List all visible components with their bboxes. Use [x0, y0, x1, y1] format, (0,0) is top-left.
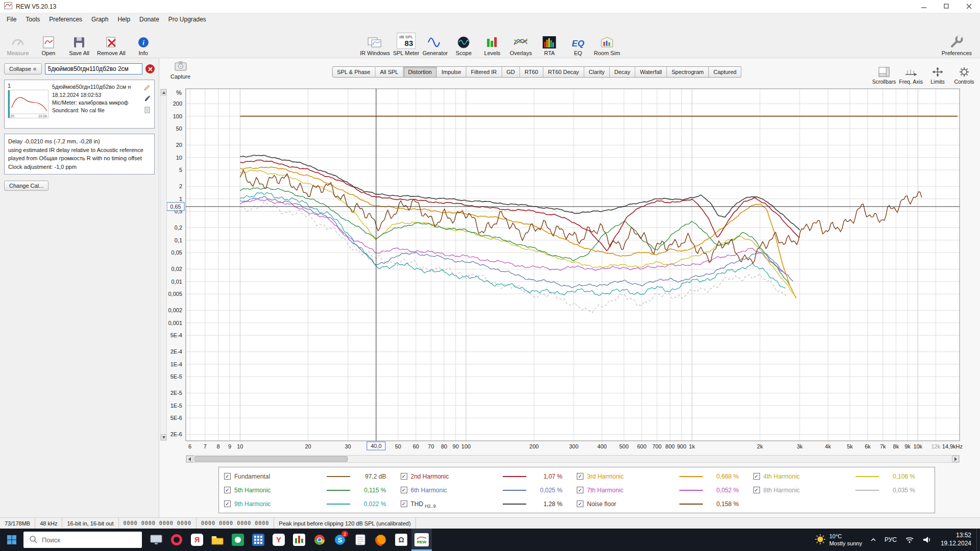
rta-button[interactable]: RTA: [536, 28, 562, 56]
checkbox-3rd-harmonic[interactable]: ✓: [577, 473, 583, 480]
notifications-edge[interactable]: [976, 529, 980, 551]
scroll-right-arrow[interactable]: [952, 456, 959, 462]
checkbox-7th-harmonic[interactable]: ✓: [577, 487, 583, 493]
menu-pro-upgrades[interactable]: Pro Upgrades: [164, 14, 211, 25]
legend-line-9th-harmonic: [327, 504, 350, 505]
spl-meter-button[interactable]: dB SPL83SPL Meter: [393, 28, 420, 56]
tab-distortion[interactable]: Distortion: [403, 66, 436, 78]
distortion-chart[interactable]: 2001005020105210,50,20,10,050,020,010,00…: [159, 87, 980, 454]
remove-all-button[interactable]: Remove All: [97, 28, 126, 56]
generator-button[interactable]: Generator: [422, 28, 448, 56]
menu-preferences[interactable]: Preferences: [44, 14, 87, 25]
tab-rt60-decay[interactable]: RT60 Decay: [543, 66, 584, 78]
menu-help[interactable]: Help: [113, 14, 135, 25]
measurement-name-input[interactable]: [45, 63, 143, 74]
menu-file[interactable]: File: [2, 14, 21, 25]
tab-captured[interactable]: Captured: [709, 66, 742, 78]
scroll-up-arrow[interactable]: [161, 89, 166, 95]
taskbar-office-icon[interactable]: Ω: [391, 529, 411, 551]
checkbox-9th-harmonic[interactable]: ✓: [224, 500, 231, 507]
x-tick-label: 7k: [880, 443, 886, 449]
collapse-button[interactable]: Collapse «: [4, 63, 42, 74]
tab-all-spl[interactable]: All SPL: [375, 66, 403, 78]
scrollbar-thumb[interactable]: [194, 456, 348, 462]
limits-button[interactable]: Limits: [926, 59, 949, 85]
checkbox-fundamental[interactable]: ✓: [224, 473, 231, 480]
maximize-button[interactable]: [935, 0, 958, 13]
taskbar-app-grid-icon[interactable]: [248, 529, 268, 551]
tab-gd[interactable]: GD: [502, 66, 520, 78]
taskbar-yandex-browser-icon[interactable]: Я: [187, 529, 207, 551]
checkbox-5th-harmonic[interactable]: ✓: [224, 487, 231, 493]
checkbox-2nd-harmonic[interactable]: ✓: [401, 473, 407, 480]
overlays-button[interactable]: Overlays: [508, 28, 533, 56]
tray-chevron-icon[interactable]: [866, 529, 880, 551]
measure-button[interactable]: Measure: [5, 28, 31, 56]
start-button[interactable]: [0, 529, 23, 551]
x-tick-label: 4k: [825, 443, 831, 449]
delete-measurement-button[interactable]: [145, 64, 155, 73]
taskbar-skype-icon[interactable]: S2: [330, 529, 350, 551]
taskbar-file-explorer-icon[interactable]: [207, 529, 228, 551]
measurement-item[interactable]: 1 20 10,0k 5дюймов50гдн110дб2во 2см н 18…: [4, 80, 155, 129]
checkbox-4th-harmonic[interactable]: ✓: [753, 473, 760, 480]
legend-item-6th-harmonic: ✓6th Harmonic0,025 %: [401, 484, 577, 496]
taskbar-opera-icon[interactable]: [166, 529, 187, 551]
tab-spectrogram[interactable]: Spectrogram: [667, 66, 709, 78]
tab-decay[interactable]: Decay: [610, 66, 635, 78]
taskbar-chrome-icon[interactable]: [309, 529, 330, 551]
checkbox-noise-floor[interactable]: ✓: [577, 500, 583, 507]
taskbar-firefox-icon[interactable]: [371, 529, 391, 551]
taskbar-notes-icon[interactable]: [350, 529, 371, 551]
measurement-sheet-icon[interactable]: [143, 106, 151, 116]
tab-rt60[interactable]: RT60: [520, 66, 544, 78]
measurement-notes-icon[interactable]: [143, 83, 151, 92]
taskbar-search[interactable]: Поиск: [23, 532, 142, 548]
scroll-down-arrow[interactable]: [161, 434, 166, 440]
menu-graph[interactable]: Graph: [87, 14, 113, 25]
change-cal-button[interactable]: Change Cal...: [4, 181, 48, 191]
save-all-button[interactable]: Save All: [66, 28, 92, 56]
menu-donate[interactable]: Donate: [135, 14, 164, 25]
tab-waterfall[interactable]: Waterfall: [635, 66, 667, 78]
scope-button[interactable]: Scope: [451, 28, 476, 56]
measurement-edit-icon[interactable]: [143, 94, 151, 104]
checkbox-6th-harmonic[interactable]: ✓: [401, 487, 407, 493]
ir-windows-button[interactable]: IR Windows: [360, 28, 390, 56]
open-button[interactable]: Open: [36, 28, 61, 56]
horizontal-scrollbar[interactable]: [186, 455, 960, 463]
taskbar-clock[interactable]: 13:5219.12.2024: [936, 532, 976, 547]
freq-axis-button[interactable]: Freq. Axis: [899, 59, 923, 85]
tab-spl-phase[interactable]: SPL & Phase: [332, 66, 375, 78]
capture-button[interactable]: Capture: [170, 60, 190, 80]
tab-filtered-ir[interactable]: Filtered IR: [466, 66, 502, 78]
wifi-icon[interactable]: [901, 529, 918, 551]
room-sim-button[interactable]: Room Sim: [594, 28, 620, 56]
eq-button[interactable]: EQEQ: [565, 28, 591, 56]
taskbar-yandex-music-icon[interactable]: Y: [268, 529, 289, 551]
info-button[interactable]: iInfo: [131, 28, 156, 56]
tab-impulse[interactable]: Impulse: [437, 66, 467, 78]
tab-clarity[interactable]: Clarity: [584, 66, 609, 78]
legend-value-thd: 1,28 %: [530, 500, 562, 508]
x-tick-label: 7: [204, 443, 207, 449]
minimize-button[interactable]: [913, 0, 935, 13]
scroll-left-arrow[interactable]: [186, 456, 193, 462]
taskbar-monitor-icon[interactable]: [146, 529, 166, 551]
menu-tools[interactable]: Tools: [21, 14, 44, 25]
levels-button[interactable]: Levels: [479, 28, 505, 56]
preferences-button[interactable]: Preferences: [942, 28, 972, 56]
checkbox-thd[interactable]: ✓: [401, 500, 407, 507]
weather-widget[interactable]: 10°CMostly sunny: [811, 529, 866, 551]
svg-text:S: S: [338, 536, 342, 544]
taskbar-trading-icon[interactable]: [289, 529, 309, 551]
controls-button[interactable]: Controls: [952, 59, 976, 85]
language-indicator[interactable]: РУС: [880, 529, 901, 551]
taskbar-photos-icon[interactable]: [228, 529, 248, 551]
checkbox-8th-harmonic[interactable]: ✓: [753, 487, 760, 493]
volume-icon[interactable]: [918, 529, 936, 551]
close-button[interactable]: [958, 0, 980, 13]
scrollbars-button[interactable]: Scrollbars: [872, 59, 896, 85]
vertical-scrollbar[interactable]: [160, 89, 167, 441]
taskbar-rew-icon[interactable]: REW: [411, 529, 432, 551]
